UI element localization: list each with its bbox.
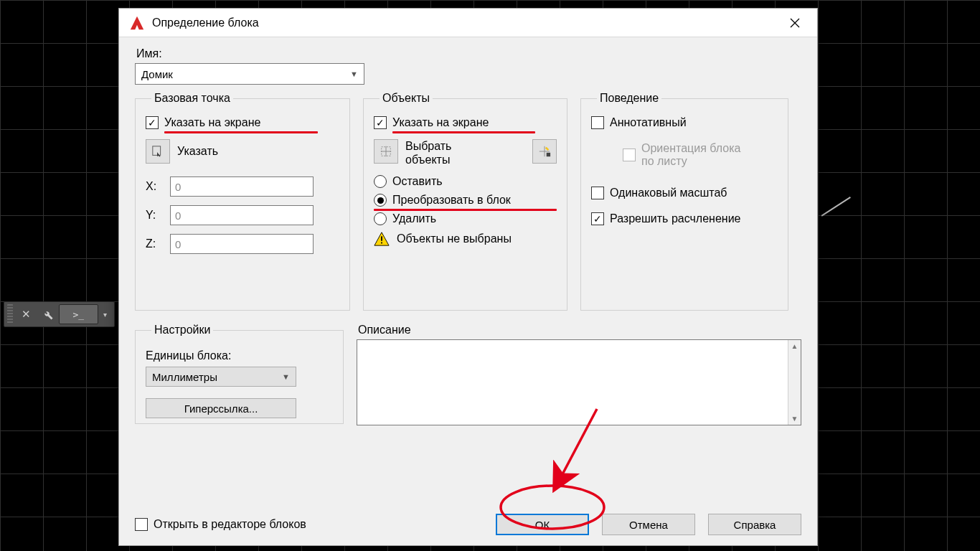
name-label: Имя: xyxy=(136,47,801,60)
svg-rect-2 xyxy=(547,153,550,156)
chevron-down-icon: ▼ xyxy=(282,372,290,381)
svg-rect-4 xyxy=(381,242,382,244)
ok-button[interactable]: ОК xyxy=(496,514,589,535)
titlebar[interactable]: Определение блока xyxy=(119,9,817,37)
x-input[interactable] xyxy=(170,176,314,197)
close-icon xyxy=(790,18,800,28)
docked-toolbar: ✕ >_ ▾ xyxy=(4,301,115,327)
cancel-button[interactable]: Отмена xyxy=(602,514,695,535)
behavior-group: Поведение Аннотативный Ориентация блока … xyxy=(580,92,788,311)
toolbar-close-icon[interactable]: ✕ xyxy=(16,304,37,324)
settings-group: Настройки Единицы блока: Миллиметры ▼ Ги… xyxy=(135,324,344,424)
close-button[interactable] xyxy=(778,10,811,36)
description-textarea[interactable]: ▲▼ xyxy=(357,339,801,425)
help-button[interactable]: Справка xyxy=(708,514,801,535)
open-in-block-editor-checkbox[interactable]: Открыть в редакторе блоков xyxy=(135,518,306,531)
base-point-group: Базовая точка ✓ Указать на экране Указат… xyxy=(135,92,350,311)
toolbar-dropdown-icon[interactable]: ▾ xyxy=(98,304,111,324)
description-label: Описание xyxy=(358,324,801,336)
warning-icon xyxy=(374,231,390,247)
svg-rect-0 xyxy=(153,146,161,156)
name-combobox[interactable]: Домик ▼ xyxy=(135,63,364,85)
pick-point-button[interactable] xyxy=(146,139,170,164)
retain-radio[interactable]: Оставить xyxy=(374,175,557,188)
select-objects-icon xyxy=(380,145,392,158)
bp-specify-on-screen-checkbox[interactable]: ✓ Указать на экране xyxy=(146,116,339,129)
svg-rect-3 xyxy=(381,237,382,241)
orientation-checkbox: Ориентация блока по листу xyxy=(623,142,778,168)
block-unit-label: Единицы блока: xyxy=(146,349,333,362)
objects-legend: Объекты xyxy=(380,92,433,105)
scrollbar[interactable]: ▲▼ xyxy=(788,340,801,425)
toolbar-grip[interactable] xyxy=(7,304,13,324)
allow-exploding-checkbox[interactable]: ✓Разрешить расчленение xyxy=(591,212,778,225)
no-objects-warning: Объекты не выбраны xyxy=(397,232,512,245)
select-objects-label: Выбрать объекты xyxy=(405,139,451,166)
base-point-legend: Базовая точка xyxy=(151,92,233,105)
y-input[interactable] xyxy=(170,205,314,225)
wrench-icon[interactable] xyxy=(37,304,59,324)
uniform-scale-checkbox[interactable]: Одинаковый масштаб xyxy=(591,187,778,199)
command-line-button[interactable]: >_ xyxy=(59,304,99,324)
select-objects-button[interactable] xyxy=(374,139,398,164)
hyperlink-button[interactable]: Гиперссылка... xyxy=(146,398,296,418)
annotative-checkbox[interactable]: Аннотативный xyxy=(591,116,778,129)
x-label: X: xyxy=(146,180,160,193)
dialog-title: Определение блока xyxy=(152,17,778,29)
obj-specify-on-screen-checkbox[interactable]: ✓ Указать на экране xyxy=(374,116,557,129)
name-value: Домик xyxy=(141,68,350,80)
chevron-down-icon: ▼ xyxy=(350,70,358,78)
z-input[interactable] xyxy=(170,234,314,254)
quick-select-button[interactable] xyxy=(532,139,557,164)
quick-select-icon xyxy=(538,145,551,158)
delete-radio[interactable]: Удалить xyxy=(374,212,557,225)
objects-group: Объекты ✓ Указать на экране Выбрать объе… xyxy=(363,92,567,311)
pick-point-icon xyxy=(151,145,164,158)
app-icon xyxy=(129,15,145,31)
block-unit-select[interactable]: Миллиметры ▼ xyxy=(146,367,296,387)
behavior-legend: Поведение xyxy=(597,92,661,105)
settings-legend: Настройки xyxy=(151,324,213,336)
pick-point-label: Указать xyxy=(177,145,218,158)
convert-to-block-radio[interactable]: Преобразовать в блок xyxy=(374,194,557,207)
z-label: Z: xyxy=(146,237,160,250)
y-label: Y: xyxy=(146,209,160,222)
block-definition-dialog: Определение блока Имя: Домик ▼ Базовая т… xyxy=(118,8,818,546)
